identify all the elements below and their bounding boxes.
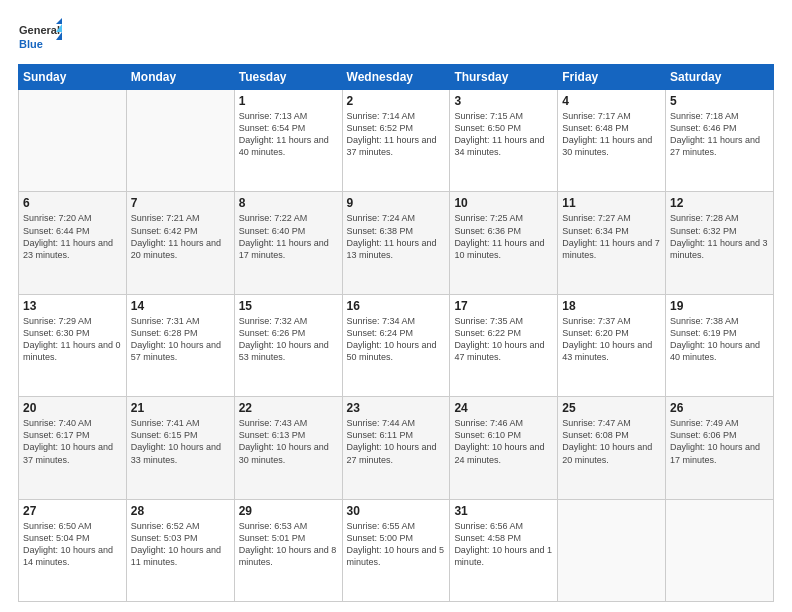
day-cell: 2Sunrise: 7:14 AMSunset: 6:52 PMDaylight… <box>342 90 450 192</box>
weekday-monday: Monday <box>126 65 234 90</box>
day-cell: 8Sunrise: 7:22 AMSunset: 6:40 PMDaylight… <box>234 192 342 294</box>
day-number: 2 <box>347 94 446 108</box>
week-row-4: 20Sunrise: 7:40 AMSunset: 6:17 PMDayligh… <box>19 397 774 499</box>
day-info: Sunrise: 7:17 AMSunset: 6:48 PMDaylight:… <box>562 110 661 159</box>
day-number: 9 <box>347 196 446 210</box>
day-info: Sunrise: 7:47 AMSunset: 6:08 PMDaylight:… <box>562 417 661 466</box>
day-cell: 25Sunrise: 7:47 AMSunset: 6:08 PMDayligh… <box>558 397 666 499</box>
day-info: Sunrise: 6:50 AMSunset: 5:04 PMDaylight:… <box>23 520 122 569</box>
day-number: 23 <box>347 401 446 415</box>
day-info: Sunrise: 7:34 AMSunset: 6:24 PMDaylight:… <box>347 315 446 364</box>
day-cell: 4Sunrise: 7:17 AMSunset: 6:48 PMDaylight… <box>558 90 666 192</box>
logo-svg: General Blue <box>18 18 62 54</box>
day-cell: 6Sunrise: 7:20 AMSunset: 6:44 PMDaylight… <box>19 192 127 294</box>
day-number: 10 <box>454 196 553 210</box>
day-cell: 27Sunrise: 6:50 AMSunset: 5:04 PMDayligh… <box>19 499 127 601</box>
day-info: Sunrise: 7:44 AMSunset: 6:11 PMDaylight:… <box>347 417 446 466</box>
svg-text:General: General <box>19 24 60 36</box>
day-number: 30 <box>347 504 446 518</box>
day-info: Sunrise: 7:40 AMSunset: 6:17 PMDaylight:… <box>23 417 122 466</box>
day-number: 11 <box>562 196 661 210</box>
day-info: Sunrise: 7:20 AMSunset: 6:44 PMDaylight:… <box>23 212 122 261</box>
day-info: Sunrise: 7:27 AMSunset: 6:34 PMDaylight:… <box>562 212 661 261</box>
day-cell <box>126 90 234 192</box>
day-cell: 10Sunrise: 7:25 AMSunset: 6:36 PMDayligh… <box>450 192 558 294</box>
day-cell: 13Sunrise: 7:29 AMSunset: 6:30 PMDayligh… <box>19 294 127 396</box>
day-number: 3 <box>454 94 553 108</box>
day-number: 7 <box>131 196 230 210</box>
week-row-1: 1Sunrise: 7:13 AMSunset: 6:54 PMDaylight… <box>19 90 774 192</box>
day-info: Sunrise: 7:38 AMSunset: 6:19 PMDaylight:… <box>670 315 769 364</box>
weekday-sunday: Sunday <box>19 65 127 90</box>
day-info: Sunrise: 7:37 AMSunset: 6:20 PMDaylight:… <box>562 315 661 364</box>
day-info: Sunrise: 6:53 AMSunset: 5:01 PMDaylight:… <box>239 520 338 569</box>
weekday-thursday: Thursday <box>450 65 558 90</box>
day-cell: 5Sunrise: 7:18 AMSunset: 6:46 PMDaylight… <box>666 90 774 192</box>
day-cell: 22Sunrise: 7:43 AMSunset: 6:13 PMDayligh… <box>234 397 342 499</box>
day-cell: 7Sunrise: 7:21 AMSunset: 6:42 PMDaylight… <box>126 192 234 294</box>
weekday-tuesday: Tuesday <box>234 65 342 90</box>
weekday-wednesday: Wednesday <box>342 65 450 90</box>
day-cell: 15Sunrise: 7:32 AMSunset: 6:26 PMDayligh… <box>234 294 342 396</box>
day-number: 24 <box>454 401 553 415</box>
day-cell <box>558 499 666 601</box>
day-cell: 24Sunrise: 7:46 AMSunset: 6:10 PMDayligh… <box>450 397 558 499</box>
day-info: Sunrise: 7:14 AMSunset: 6:52 PMDaylight:… <box>347 110 446 159</box>
weekday-header-row: SundayMondayTuesdayWednesdayThursdayFrid… <box>19 65 774 90</box>
day-info: Sunrise: 7:49 AMSunset: 6:06 PMDaylight:… <box>670 417 769 466</box>
day-number: 21 <box>131 401 230 415</box>
day-cell: 11Sunrise: 7:27 AMSunset: 6:34 PMDayligh… <box>558 192 666 294</box>
day-number: 27 <box>23 504 122 518</box>
day-cell: 14Sunrise: 7:31 AMSunset: 6:28 PMDayligh… <box>126 294 234 396</box>
day-number: 4 <box>562 94 661 108</box>
week-row-3: 13Sunrise: 7:29 AMSunset: 6:30 PMDayligh… <box>19 294 774 396</box>
day-cell: 19Sunrise: 7:38 AMSunset: 6:19 PMDayligh… <box>666 294 774 396</box>
day-info: Sunrise: 7:22 AMSunset: 6:40 PMDaylight:… <box>239 212 338 261</box>
day-number: 1 <box>239 94 338 108</box>
day-cell: 20Sunrise: 7:40 AMSunset: 6:17 PMDayligh… <box>19 397 127 499</box>
day-number: 28 <box>131 504 230 518</box>
day-cell: 31Sunrise: 6:56 AMSunset: 4:58 PMDayligh… <box>450 499 558 601</box>
day-info: Sunrise: 7:15 AMSunset: 6:50 PMDaylight:… <box>454 110 553 159</box>
day-cell <box>19 90 127 192</box>
day-number: 19 <box>670 299 769 313</box>
day-info: Sunrise: 7:29 AMSunset: 6:30 PMDaylight:… <box>23 315 122 364</box>
day-cell: 3Sunrise: 7:15 AMSunset: 6:50 PMDaylight… <box>450 90 558 192</box>
calendar-table: SundayMondayTuesdayWednesdayThursdayFrid… <box>18 64 774 602</box>
day-number: 26 <box>670 401 769 415</box>
svg-text:Blue: Blue <box>19 38 43 50</box>
day-cell: 17Sunrise: 7:35 AMSunset: 6:22 PMDayligh… <box>450 294 558 396</box>
day-number: 25 <box>562 401 661 415</box>
weekday-saturday: Saturday <box>666 65 774 90</box>
day-number: 29 <box>239 504 338 518</box>
day-number: 8 <box>239 196 338 210</box>
day-number: 6 <box>23 196 122 210</box>
day-cell: 30Sunrise: 6:55 AMSunset: 5:00 PMDayligh… <box>342 499 450 601</box>
day-info: Sunrise: 7:46 AMSunset: 6:10 PMDaylight:… <box>454 417 553 466</box>
day-cell: 16Sunrise: 7:34 AMSunset: 6:24 PMDayligh… <box>342 294 450 396</box>
day-number: 14 <box>131 299 230 313</box>
day-number: 20 <box>23 401 122 415</box>
day-info: Sunrise: 7:25 AMSunset: 6:36 PMDaylight:… <box>454 212 553 261</box>
day-cell: 28Sunrise: 6:52 AMSunset: 5:03 PMDayligh… <box>126 499 234 601</box>
day-number: 12 <box>670 196 769 210</box>
day-info: Sunrise: 7:21 AMSunset: 6:42 PMDaylight:… <box>131 212 230 261</box>
day-info: Sunrise: 7:13 AMSunset: 6:54 PMDaylight:… <box>239 110 338 159</box>
day-cell: 26Sunrise: 7:49 AMSunset: 6:06 PMDayligh… <box>666 397 774 499</box>
day-number: 17 <box>454 299 553 313</box>
day-cell: 23Sunrise: 7:44 AMSunset: 6:11 PMDayligh… <box>342 397 450 499</box>
day-cell: 9Sunrise: 7:24 AMSunset: 6:38 PMDaylight… <box>342 192 450 294</box>
day-info: Sunrise: 7:28 AMSunset: 6:32 PMDaylight:… <box>670 212 769 261</box>
day-number: 31 <box>454 504 553 518</box>
day-cell: 12Sunrise: 7:28 AMSunset: 6:32 PMDayligh… <box>666 192 774 294</box>
day-info: Sunrise: 7:35 AMSunset: 6:22 PMDaylight:… <box>454 315 553 364</box>
day-number: 22 <box>239 401 338 415</box>
day-info: Sunrise: 7:32 AMSunset: 6:26 PMDaylight:… <box>239 315 338 364</box>
day-number: 18 <box>562 299 661 313</box>
day-number: 5 <box>670 94 769 108</box>
logo: General Blue <box>18 18 62 54</box>
day-info: Sunrise: 6:52 AMSunset: 5:03 PMDaylight:… <box>131 520 230 569</box>
day-info: Sunrise: 7:41 AMSunset: 6:15 PMDaylight:… <box>131 417 230 466</box>
weekday-friday: Friday <box>558 65 666 90</box>
day-number: 13 <box>23 299 122 313</box>
